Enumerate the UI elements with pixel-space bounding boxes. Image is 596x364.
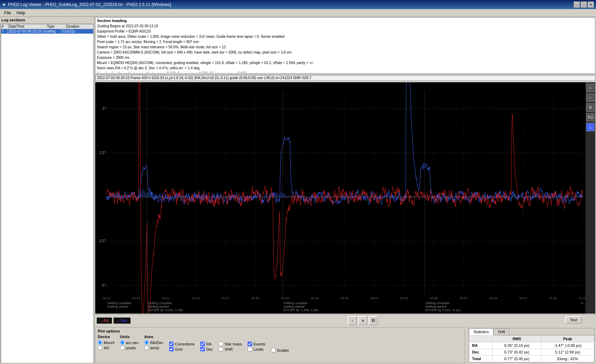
cb-limits[interactable] <box>248 347 252 351</box>
tab-drift[interactable]: Drift <box>493 328 510 335</box>
log-list-header: # Date/Time Type Duration <box>1 24 93 29</box>
minimize-button[interactable]: — <box>574 1 580 8</box>
cb-ra[interactable] <box>200 342 205 346</box>
side-l-button[interactable]: L <box>586 123 595 131</box>
stats-tabs: Statistics Drift <box>469 328 594 335</box>
units-arcsec-label: arc-sec <box>126 341 139 345</box>
checkboxes-col1: Corrections Grid <box>169 335 195 352</box>
maximize-button[interactable]: □ <box>581 1 587 8</box>
log-row-date: 2022-07-03 00:13:19 <box>7 29 42 34</box>
legend: —RA —Dec <box>97 317 131 324</box>
title-bar-left: ★ PHD2 Log Viewer - PHD2_GuideLog_2022-0… <box>2 2 171 7</box>
cb-dec-row: Dec <box>200 347 213 351</box>
cb-snr-label: SNR <box>224 347 233 351</box>
stats-label-ra: RA <box>469 342 493 349</box>
plot-options: Plot options Device Mount AO <box>95 327 465 363</box>
cb-grid-row: Grid <box>169 347 195 351</box>
sh-line: X guide algorithm = Hysteresis, Hysteres… <box>97 71 594 72</box>
statistics-panel: Statistics Drift RMS Peak <box>469 328 595 363</box>
log-row[interactable]: 7 2022-07-03 00:13:19 Guiding 51m21s <box>1 29 93 34</box>
cb-dec[interactable] <box>200 347 205 351</box>
axes-dxdy-row: dx/dy <box>144 345 164 350</box>
axes-radec-radio[interactable] <box>144 340 149 345</box>
checkboxes-col3: Star mass SNR <box>219 335 242 352</box>
cb-events[interactable] <box>248 342 252 346</box>
cb-ra-label: RA <box>206 342 212 346</box>
axes-radec-row: RA/Dec <box>144 340 164 345</box>
bottom-content: Plot options Device Mount AO <box>95 327 596 364</box>
checkboxes-col4: Events Limits <box>248 335 265 352</box>
sh-line: Dither = both axes, Dither scale = 1.000… <box>97 34 594 39</box>
close-button[interactable]: ✕ <box>588 1 594 8</box>
col-duration: Duration <box>65 24 81 29</box>
zoom-minus-button[interactable]: - <box>348 316 357 325</box>
stats-table: RMS Peak RA 0.26" (0.15 px) -1.47" (-0.8… <box>469 335 594 362</box>
sh-line: Search region = 15 px, Star mass toleran… <box>97 44 594 50</box>
cb-corrections-label: Corrections <box>175 342 195 346</box>
stats-rms-total: 0.77" (0.45 px) <box>492 356 541 362</box>
units-arcsec-radio[interactable] <box>120 340 125 345</box>
sh-line: Camera = ZWO ASI120MM-S (ASCOM), full si… <box>97 50 594 55</box>
cb-starmass-row: Star mass <box>219 342 242 346</box>
cb-events-label: Events <box>254 342 265 346</box>
menu-file[interactable]: File <box>1 10 14 16</box>
graph-area[interactable]: + − R P/Z L <box>95 82 595 314</box>
legend-ra: —RA <box>97 317 112 324</box>
zoom-plus-button[interactable]: + <box>358 316 367 325</box>
device-ao-row: AO <box>98 345 115 350</box>
units-pixels-label: pixels <box>126 346 136 350</box>
side-minus-button[interactable]: − <box>586 93 595 102</box>
tab-statistics[interactable]: Statistics <box>469 328 493 335</box>
cb-snr-row: SNR <box>219 347 242 351</box>
cb-scatter[interactable] <box>271 348 276 352</box>
cb-grid[interactable] <box>169 347 174 351</box>
cb-dec-label: Dec <box>206 347 213 351</box>
device-ao-radio[interactable] <box>98 345 102 350</box>
zoom-controls: - + R <box>132 316 594 325</box>
axes-radec-label: RA/Dec <box>150 341 164 345</box>
cb-events-row: Events <box>248 342 265 346</box>
plot-options-content: Device Mount AO Units <box>98 335 463 352</box>
cb-grid-label: Grid <box>175 347 182 351</box>
axes-group: Axes RA/Dec dx/dy <box>144 335 164 352</box>
text-button[interactable]: Text <box>565 316 582 324</box>
app-icon: ★ <box>2 2 6 7</box>
log-list[interactable]: # Date/Time Type Duration 7 2022-07-03 0… <box>1 24 93 363</box>
cb-limits-row: Limits <box>248 347 265 351</box>
cb-snr[interactable] <box>219 347 223 351</box>
plot-options-label: Plot options <box>98 329 463 333</box>
title-bar-controls: — □ ✕ <box>574 1 594 8</box>
stats-row-dec: Dec 0.73" (0.42 px) 5.12" (2.99 px) <box>469 349 594 356</box>
legend-dec: —Dec <box>113 317 131 324</box>
side-r-button[interactable]: R <box>586 103 595 112</box>
stats-row-ra: RA 0.26" (0.15 px) -1.47" (-0.86 px) <box>469 342 594 349</box>
axes-dxdy-label: dx/dy <box>150 346 159 350</box>
side-plus-button[interactable]: + <box>586 84 595 92</box>
device-mount-label: Mount <box>104 341 115 345</box>
stats-peak-dec: 5.12" (2.99 px) <box>541 349 594 356</box>
stats-header-rms: RMS <box>492 336 541 342</box>
cb-corrections[interactable] <box>169 342 174 346</box>
axes-dxdy-radio[interactable] <box>144 345 149 350</box>
menu-bar: File Help <box>0 9 596 17</box>
menu-help[interactable]: Help <box>14 10 28 16</box>
checkboxes-scatter: Scatter <box>271 335 289 352</box>
bottom-section: —RA —Dec - + R Text Plot options <box>95 314 596 364</box>
stats-peak-ra: -1.47" (-0.86 px) <box>541 342 594 349</box>
stats-header-empty <box>469 336 493 342</box>
checkboxes-col2: RA Dec <box>200 335 213 352</box>
cb-starmass[interactable] <box>219 342 223 346</box>
sh-line: Mount = EQMOD HEQ5/6 (ASCOM), connected,… <box>97 60 594 65</box>
controls-row: —RA —Dec - + R Text <box>95 315 596 327</box>
cb-scatter-label: Scatter <box>277 348 289 352</box>
device-mount-radio[interactable] <box>98 340 102 345</box>
sh-line: Pixel scale = 1.71 arc-sec/px, Binning =… <box>97 39 594 44</box>
side-pz-button[interactable]: P/Z <box>586 113 595 121</box>
units-pixels-radio[interactable] <box>120 345 125 350</box>
stats-rms-dec: 0.73" (0.42 px) <box>492 349 541 356</box>
cb-starmass-label: Star mass <box>224 342 242 346</box>
stats-header-peak: Peak <box>541 336 594 342</box>
sh-line: Exposure = 2000 ms <box>97 55 594 60</box>
device-group: Device Mount AO <box>98 335 115 352</box>
zoom-reset-button[interactable]: R <box>369 316 378 325</box>
